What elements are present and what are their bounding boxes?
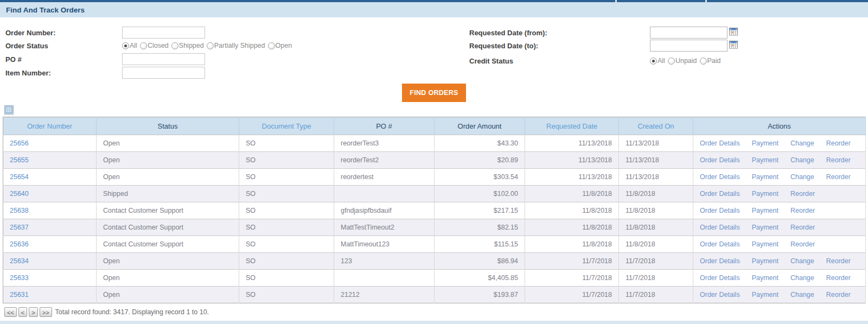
- order-number-link[interactable]: 25638: [10, 207, 29, 214]
- action-link-order-details[interactable]: Order Details: [700, 139, 740, 147]
- radio-icon[interactable]: [668, 58, 675, 65]
- action-link-order-details[interactable]: Order Details: [700, 224, 740, 231]
- prev-page-button[interactable]: <: [18, 307, 27, 317]
- radio-option-shipped[interactable]: Shipped: [171, 42, 204, 49]
- action-link-reorder[interactable]: Reorder: [826, 291, 851, 298]
- order-number-link[interactable]: 25654: [10, 173, 29, 181]
- calendar-icon[interactable]: [729, 27, 738, 38]
- action-link-reorder[interactable]: Reorder: [790, 190, 815, 198]
- action-link-reorder[interactable]: Reorder: [826, 139, 851, 147]
- radio-option-all[interactable]: All: [650, 57, 665, 65]
- column-header-requested-date[interactable]: Requested Date: [525, 117, 619, 135]
- po-number-cell: reorderTest2: [334, 152, 435, 169]
- order-status-cell: Shipped: [97, 186, 239, 202]
- column-header-order-number[interactable]: Order Number: [3, 117, 97, 135]
- actions-cell: Order DetailsPaymentChangeReorder: [693, 135, 866, 152]
- table-row: 25637Contact Customer SupportSOMattTestT…: [3, 219, 866, 236]
- created-on-cell: 11/13/2018: [619, 169, 693, 186]
- radio-icon[interactable]: [700, 58, 707, 65]
- radio-option-open[interactable]: Open: [268, 42, 292, 49]
- radio-icon[interactable]: [122, 42, 129, 49]
- first-page-button[interactable]: <<: [4, 307, 17, 317]
- radio-label: Paid: [707, 57, 721, 65]
- action-link-order-details[interactable]: Order Details: [700, 156, 740, 164]
- radio-option-paid[interactable]: Paid: [700, 57, 721, 65]
- action-link-payment[interactable]: Payment: [752, 224, 778, 231]
- find-orders-button[interactable]: FIND ORDERS: [402, 84, 465, 102]
- requested-date-cell: 11/13/2018: [525, 169, 619, 186]
- radio-icon[interactable]: [268, 42, 275, 49]
- action-link-change[interactable]: Change: [790, 156, 814, 164]
- action-link-change[interactable]: Change: [790, 139, 814, 147]
- action-link-order-details[interactable]: Order Details: [700, 207, 740, 214]
- action-link-payment[interactable]: Payment: [752, 257, 778, 265]
- radio-label: All: [658, 57, 665, 65]
- order-status-cell: Open: [97, 287, 239, 303]
- action-link-reorder[interactable]: Reorder: [790, 207, 815, 214]
- export-grid-icon[interactable]: [4, 107, 14, 116]
- order-amount-cell: $303.54: [435, 169, 525, 186]
- action-link-change[interactable]: Change: [790, 257, 814, 265]
- action-link-reorder[interactable]: Reorder: [790, 224, 815, 231]
- action-link-reorder[interactable]: Reorder: [826, 257, 851, 265]
- po-number-input[interactable]: [122, 53, 205, 65]
- radio-option-unpaid[interactable]: Unpaid: [668, 57, 697, 65]
- next-page-button[interactable]: >: [29, 307, 37, 317]
- requested-date-from-input[interactable]: [650, 27, 727, 39]
- action-link-payment[interactable]: Payment: [752, 274, 778, 282]
- action-link-change[interactable]: Change: [790, 291, 814, 298]
- radio-option-partially-shipped[interactable]: Partially Shipped: [207, 42, 265, 49]
- item-number-input[interactable]: [122, 67, 205, 79]
- order-number-link[interactable]: 25634: [10, 257, 29, 265]
- action-link-payment[interactable]: Payment: [752, 207, 778, 214]
- order-number-link[interactable]: 25633: [10, 274, 29, 282]
- action-link-order-details[interactable]: Order Details: [700, 257, 740, 265]
- action-link-order-details[interactable]: Order Details: [700, 274, 740, 282]
- action-link-reorder[interactable]: Reorder: [826, 156, 851, 164]
- action-link-order-details[interactable]: Order Details: [700, 190, 740, 198]
- action-link-payment[interactable]: Payment: [752, 139, 778, 147]
- action-link-order-details[interactable]: Order Details: [700, 291, 740, 298]
- action-link-payment[interactable]: Payment: [752, 240, 778, 248]
- radio-icon[interactable]: [171, 42, 178, 49]
- order-number-link[interactable]: 25631: [10, 291, 29, 298]
- order-status-cell: Open: [97, 169, 239, 186]
- po-number-cell: [334, 270, 435, 287]
- actions-cell: Order DetailsPaymentReorder: [693, 219, 866, 236]
- column-header-actions: Actions: [693, 117, 866, 135]
- radio-option-closed[interactable]: Closed: [140, 42, 169, 49]
- radio-icon[interactable]: [207, 42, 214, 49]
- order-number-link[interactable]: 25655: [10, 156, 29, 164]
- action-link-order-details[interactable]: Order Details: [700, 240, 740, 248]
- order-number-input[interactable]: [122, 27, 205, 39]
- action-link-order-details[interactable]: Order Details: [700, 173, 740, 181]
- action-link-payment[interactable]: Payment: [752, 173, 778, 181]
- action-link-change[interactable]: Change: [790, 274, 814, 282]
- document-type-cell: SO: [239, 270, 334, 287]
- order-amount-cell: $4,405.85: [435, 270, 525, 287]
- radio-option-all[interactable]: All: [122, 42, 137, 49]
- action-link-reorder[interactable]: Reorder: [826, 274, 851, 282]
- action-link-payment[interactable]: Payment: [752, 190, 778, 198]
- calendar-icon[interactable]: [729, 40, 738, 51]
- document-type-cell: SO: [239, 202, 334, 219]
- action-link-reorder[interactable]: Reorder: [826, 173, 851, 181]
- column-header-document-type[interactable]: Document Type: [239, 117, 334, 135]
- requested-date-to-input[interactable]: [650, 40, 727, 52]
- actions-cell: Order DetailsPaymentReorder: [693, 186, 866, 202]
- order-number-link[interactable]: 25637: [10, 224, 29, 231]
- table-row: 25634OpenSO123$86.9411/7/201811/7/2018Or…: [3, 253, 866, 270]
- radio-icon[interactable]: [140, 42, 147, 49]
- column-header-created-on[interactable]: Created On: [619, 117, 693, 135]
- created-on-cell: 11/8/2018: [619, 236, 693, 253]
- action-link-payment[interactable]: Payment: [752, 156, 778, 164]
- order-number-link[interactable]: 25640: [10, 190, 29, 198]
- order-number-link[interactable]: 25656: [10, 139, 29, 147]
- action-link-change[interactable]: Change: [790, 173, 814, 181]
- radio-icon[interactable]: [650, 58, 657, 65]
- orders-table: Order NumberStatusDocument TypePO #Order…: [3, 117, 866, 303]
- order-number-link[interactable]: 25636: [10, 240, 29, 248]
- action-link-reorder[interactable]: Reorder: [790, 240, 815, 248]
- last-page-button[interactable]: >>: [40, 307, 52, 317]
- action-link-payment[interactable]: Payment: [752, 291, 778, 298]
